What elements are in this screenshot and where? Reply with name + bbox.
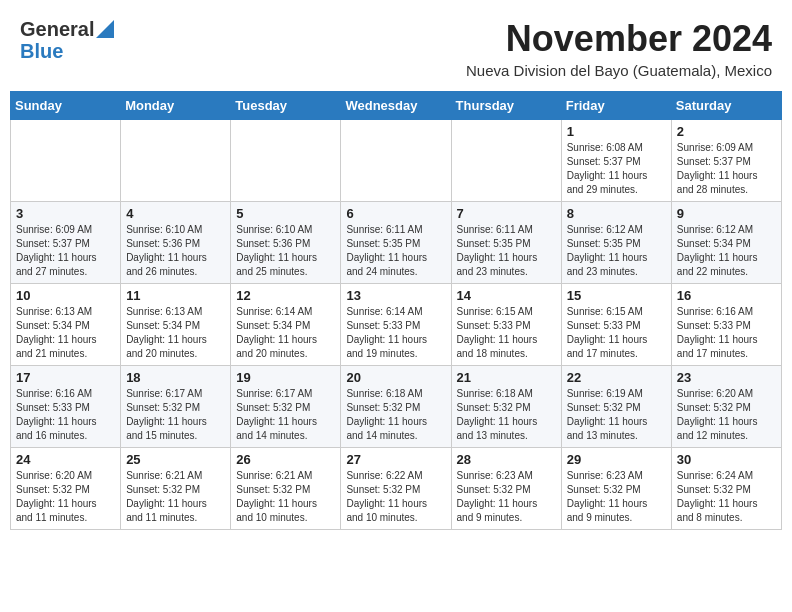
day-number: 3 bbox=[16, 206, 115, 221]
cell-info: Sunrise: 6:13 AM Sunset: 5:34 PM Dayligh… bbox=[126, 305, 225, 361]
day-number: 25 bbox=[126, 452, 225, 467]
calendar-cell: 21Sunrise: 6:18 AM Sunset: 5:32 PM Dayli… bbox=[451, 366, 561, 448]
cell-info: Sunrise: 6:11 AM Sunset: 5:35 PM Dayligh… bbox=[346, 223, 445, 279]
cell-info: Sunrise: 6:16 AM Sunset: 5:33 PM Dayligh… bbox=[16, 387, 115, 443]
calendar-cell: 8Sunrise: 6:12 AM Sunset: 5:35 PM Daylig… bbox=[561, 202, 671, 284]
day-number: 1 bbox=[567, 124, 666, 139]
calendar-cell: 20Sunrise: 6:18 AM Sunset: 5:32 PM Dayli… bbox=[341, 366, 451, 448]
day-number: 30 bbox=[677, 452, 776, 467]
calendar-cell: 23Sunrise: 6:20 AM Sunset: 5:32 PM Dayli… bbox=[671, 366, 781, 448]
calendar-header: SundayMondayTuesdayWednesdayThursdayFrid… bbox=[11, 92, 782, 120]
calendar-cell: 24Sunrise: 6:20 AM Sunset: 5:32 PM Dayli… bbox=[11, 448, 121, 530]
day-number: 19 bbox=[236, 370, 335, 385]
calendar-cell: 9Sunrise: 6:12 AM Sunset: 5:34 PM Daylig… bbox=[671, 202, 781, 284]
day-number: 27 bbox=[346, 452, 445, 467]
calendar-body: 1Sunrise: 6:08 AM Sunset: 5:37 PM Daylig… bbox=[11, 120, 782, 530]
day-number: 15 bbox=[567, 288, 666, 303]
calendar-cell: 2Sunrise: 6:09 AM Sunset: 5:37 PM Daylig… bbox=[671, 120, 781, 202]
day-number: 20 bbox=[346, 370, 445, 385]
day-number: 24 bbox=[16, 452, 115, 467]
calendar-cell bbox=[451, 120, 561, 202]
day-number: 28 bbox=[457, 452, 556, 467]
cell-info: Sunrise: 6:21 AM Sunset: 5:32 PM Dayligh… bbox=[236, 469, 335, 525]
header-day-thursday: Thursday bbox=[451, 92, 561, 120]
day-number: 13 bbox=[346, 288, 445, 303]
day-number: 21 bbox=[457, 370, 556, 385]
day-number: 23 bbox=[677, 370, 776, 385]
calendar-cell: 11Sunrise: 6:13 AM Sunset: 5:34 PM Dayli… bbox=[121, 284, 231, 366]
calendar-cell: 13Sunrise: 6:14 AM Sunset: 5:33 PM Dayli… bbox=[341, 284, 451, 366]
calendar-cell: 19Sunrise: 6:17 AM Sunset: 5:32 PM Dayli… bbox=[231, 366, 341, 448]
cell-info: Sunrise: 6:09 AM Sunset: 5:37 PM Dayligh… bbox=[677, 141, 776, 197]
calendar-cell: 30Sunrise: 6:24 AM Sunset: 5:32 PM Dayli… bbox=[671, 448, 781, 530]
week-row-0: 1Sunrise: 6:08 AM Sunset: 5:37 PM Daylig… bbox=[11, 120, 782, 202]
day-number: 6 bbox=[346, 206, 445, 221]
calendar-cell: 15Sunrise: 6:15 AM Sunset: 5:33 PM Dayli… bbox=[561, 284, 671, 366]
day-number: 14 bbox=[457, 288, 556, 303]
calendar-cell: 1Sunrise: 6:08 AM Sunset: 5:37 PM Daylig… bbox=[561, 120, 671, 202]
cell-info: Sunrise: 6:11 AM Sunset: 5:35 PM Dayligh… bbox=[457, 223, 556, 279]
header-day-wednesday: Wednesday bbox=[341, 92, 451, 120]
day-number: 2 bbox=[677, 124, 776, 139]
calendar-cell: 10Sunrise: 6:13 AM Sunset: 5:34 PM Dayli… bbox=[11, 284, 121, 366]
day-number: 5 bbox=[236, 206, 335, 221]
cell-info: Sunrise: 6:13 AM Sunset: 5:34 PM Dayligh… bbox=[16, 305, 115, 361]
logo: General Blue bbox=[20, 18, 114, 62]
cell-info: Sunrise: 6:20 AM Sunset: 5:32 PM Dayligh… bbox=[16, 469, 115, 525]
calendar-cell: 22Sunrise: 6:19 AM Sunset: 5:32 PM Dayli… bbox=[561, 366, 671, 448]
calendar-cell: 4Sunrise: 6:10 AM Sunset: 5:36 PM Daylig… bbox=[121, 202, 231, 284]
day-number: 17 bbox=[16, 370, 115, 385]
cell-info: Sunrise: 6:23 AM Sunset: 5:32 PM Dayligh… bbox=[567, 469, 666, 525]
day-number: 11 bbox=[126, 288, 225, 303]
calendar-cell: 12Sunrise: 6:14 AM Sunset: 5:34 PM Dayli… bbox=[231, 284, 341, 366]
calendar-cell: 5Sunrise: 6:10 AM Sunset: 5:36 PM Daylig… bbox=[231, 202, 341, 284]
calendar-cell bbox=[231, 120, 341, 202]
cell-info: Sunrise: 6:16 AM Sunset: 5:33 PM Dayligh… bbox=[677, 305, 776, 361]
week-row-4: 24Sunrise: 6:20 AM Sunset: 5:32 PM Dayli… bbox=[11, 448, 782, 530]
calendar-cell: 25Sunrise: 6:21 AM Sunset: 5:32 PM Dayli… bbox=[121, 448, 231, 530]
cell-info: Sunrise: 6:18 AM Sunset: 5:32 PM Dayligh… bbox=[457, 387, 556, 443]
cell-info: Sunrise: 6:17 AM Sunset: 5:32 PM Dayligh… bbox=[126, 387, 225, 443]
day-number: 9 bbox=[677, 206, 776, 221]
cell-info: Sunrise: 6:23 AM Sunset: 5:32 PM Dayligh… bbox=[457, 469, 556, 525]
calendar-cell: 16Sunrise: 6:16 AM Sunset: 5:33 PM Dayli… bbox=[671, 284, 781, 366]
calendar-cell: 6Sunrise: 6:11 AM Sunset: 5:35 PM Daylig… bbox=[341, 202, 451, 284]
cell-info: Sunrise: 6:19 AM Sunset: 5:32 PM Dayligh… bbox=[567, 387, 666, 443]
calendar-cell: 18Sunrise: 6:17 AM Sunset: 5:32 PM Dayli… bbox=[121, 366, 231, 448]
logo-triangle-icon bbox=[96, 20, 114, 38]
cell-info: Sunrise: 6:10 AM Sunset: 5:36 PM Dayligh… bbox=[126, 223, 225, 279]
day-number: 22 bbox=[567, 370, 666, 385]
day-number: 26 bbox=[236, 452, 335, 467]
calendar-cell: 29Sunrise: 6:23 AM Sunset: 5:32 PM Dayli… bbox=[561, 448, 671, 530]
calendar-cell: 3Sunrise: 6:09 AM Sunset: 5:37 PM Daylig… bbox=[11, 202, 121, 284]
calendar-cell: 28Sunrise: 6:23 AM Sunset: 5:32 PM Dayli… bbox=[451, 448, 561, 530]
header-day-sunday: Sunday bbox=[11, 92, 121, 120]
cell-info: Sunrise: 6:20 AM Sunset: 5:32 PM Dayligh… bbox=[677, 387, 776, 443]
cell-info: Sunrise: 6:18 AM Sunset: 5:32 PM Dayligh… bbox=[346, 387, 445, 443]
calendar-cell bbox=[121, 120, 231, 202]
day-number: 18 bbox=[126, 370, 225, 385]
calendar-cell bbox=[11, 120, 121, 202]
cell-info: Sunrise: 6:24 AM Sunset: 5:32 PM Dayligh… bbox=[677, 469, 776, 525]
cell-info: Sunrise: 6:21 AM Sunset: 5:32 PM Dayligh… bbox=[126, 469, 225, 525]
header-day-friday: Friday bbox=[561, 92, 671, 120]
logo-general: General bbox=[20, 18, 94, 40]
cell-info: Sunrise: 6:08 AM Sunset: 5:37 PM Dayligh… bbox=[567, 141, 666, 197]
week-row-3: 17Sunrise: 6:16 AM Sunset: 5:33 PM Dayli… bbox=[11, 366, 782, 448]
cell-info: Sunrise: 6:09 AM Sunset: 5:37 PM Dayligh… bbox=[16, 223, 115, 279]
cell-info: Sunrise: 6:17 AM Sunset: 5:32 PM Dayligh… bbox=[236, 387, 335, 443]
cell-info: Sunrise: 6:15 AM Sunset: 5:33 PM Dayligh… bbox=[567, 305, 666, 361]
week-row-2: 10Sunrise: 6:13 AM Sunset: 5:34 PM Dayli… bbox=[11, 284, 782, 366]
week-row-1: 3Sunrise: 6:09 AM Sunset: 5:37 PM Daylig… bbox=[11, 202, 782, 284]
day-number: 16 bbox=[677, 288, 776, 303]
header-day-tuesday: Tuesday bbox=[231, 92, 341, 120]
svg-marker-0 bbox=[96, 20, 114, 38]
header-day-monday: Monday bbox=[121, 92, 231, 120]
calendar-cell: 26Sunrise: 6:21 AM Sunset: 5:32 PM Dayli… bbox=[231, 448, 341, 530]
calendar-cell: 27Sunrise: 6:22 AM Sunset: 5:32 PM Dayli… bbox=[341, 448, 451, 530]
cell-info: Sunrise: 6:14 AM Sunset: 5:34 PM Dayligh… bbox=[236, 305, 335, 361]
month-title: November 2024 bbox=[466, 18, 772, 60]
day-number: 8 bbox=[567, 206, 666, 221]
day-number: 29 bbox=[567, 452, 666, 467]
header: General Blue November 2024 Nueva Divisio… bbox=[10, 10, 782, 83]
